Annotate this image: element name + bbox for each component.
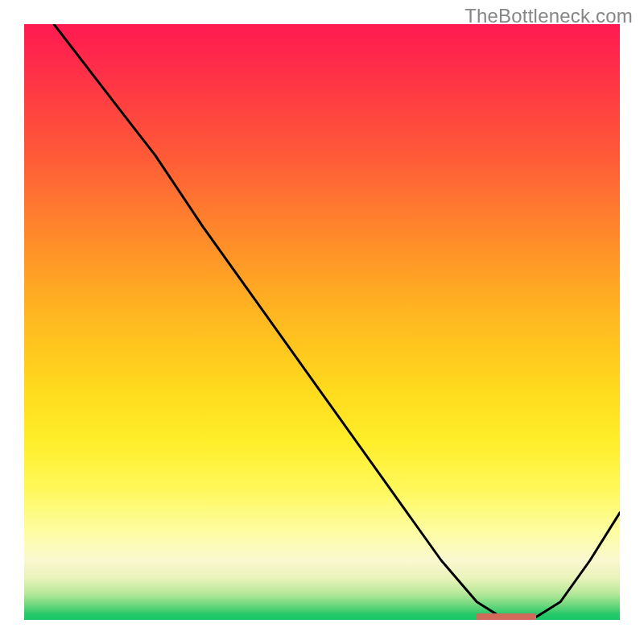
plot-area [24,24,620,620]
flat-segment-marker [477,613,536,620]
line-curve [24,24,620,620]
chart-container: { "watermark": "TheBottleneck.com", "cha… [0,0,644,644]
